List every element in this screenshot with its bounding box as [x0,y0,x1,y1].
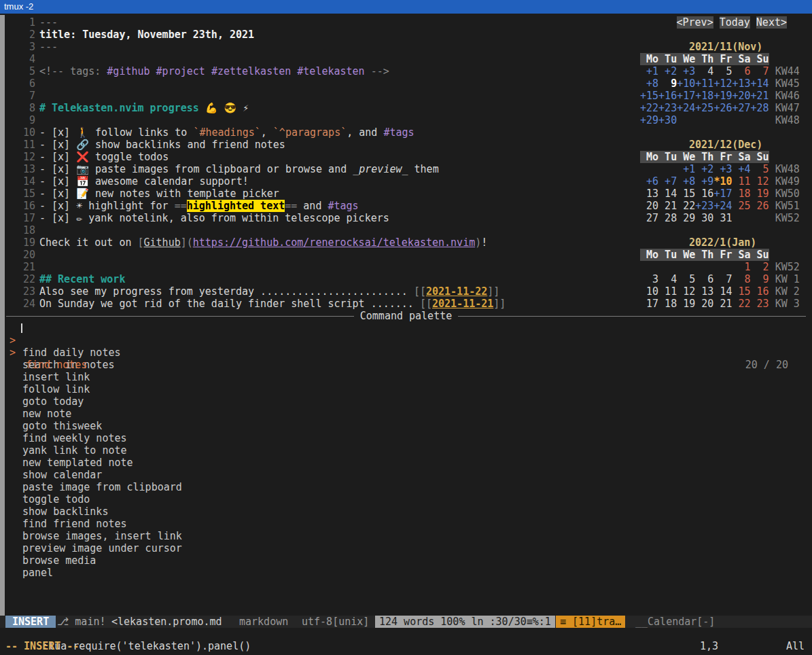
calendar-day[interactable]: +9 [695,175,713,188]
calendar-day[interactable] [640,261,658,273]
calendar-day[interactable]: 12 [751,175,769,188]
calendar-sidebar[interactable]: <Prev>TodayNext>2021/11(Nov) Mo Tu We Th… [640,16,812,310]
calendar-day[interactable]: +10 [677,77,695,90]
calendar-day[interactable]: 6 [732,65,750,77]
calendar-day[interactable]: 16 [751,285,769,298]
editor-line[interactable]: 7 [5,90,637,102]
calendar-day[interactable]: 5 [677,273,695,285]
calendar-day[interactable] [713,261,732,273]
calendar-day[interactable]: 23 [751,298,769,310]
calendar-day[interactable]: 28 [658,212,677,224]
calendar-day[interactable]: 16 [695,188,713,200]
calendar-day[interactable]: 17 [640,298,658,310]
calendar-day[interactable] [732,212,750,224]
calendar-day[interactable]: 14 [658,188,677,200]
calendar-day[interactable]: +25 [695,102,713,114]
palette-item[interactable]: find daily notes [0,347,812,359]
calendar-day[interactable]: 3 [640,273,658,285]
palette-item[interactable]: goto thisweek [0,420,812,432]
editor-line[interactable]: 6 [5,77,637,90]
calendar-day[interactable]: +2 [695,163,713,175]
calendar-day[interactable]: 22 [732,298,750,310]
calendar-day[interactable]: 18 [658,298,677,310]
calendar-day[interactable]: 6 [695,273,713,285]
editor-line[interactable]: 23Also see my progress from yesterday ..… [5,285,637,298]
calendar-day[interactable]: 21 [713,298,732,310]
palette-item[interactable]: goto today [0,395,812,408]
calendar-day[interactable]: 27 [640,212,658,224]
calendar-day[interactable]: 22 [677,200,695,212]
palette-item[interactable]: toggle todo [0,493,812,506]
calendar-day[interactable]: 13 [695,285,713,298]
calendar-day[interactable]: 9 [751,273,769,285]
calendar-day[interactable] [677,261,695,273]
editor-line[interactable]: 12- [x] ❌ toggle todos [5,151,637,163]
palette-item[interactable]: follow link [0,383,812,395]
calendar-prev-button[interactable]: <Prev> [677,16,713,29]
editor-line[interactable]: 16- [x] ☀ highlight for ==highlighted te… [5,200,637,212]
calendar-day[interactable]: +17 [713,188,732,200]
calendar-day[interactable]: +1 [677,163,695,175]
palette-item[interactable]: yank link to note [0,444,812,457]
calendar-day[interactable] [751,212,769,224]
editor-buffer[interactable]: 1---2title: Tuesday, November 23th, 2021… [5,16,637,310]
editor-line[interactable]: 9 [5,114,637,126]
calendar-day[interactable]: 18 [732,188,750,200]
calendar-day[interactable]: 9 [658,77,677,90]
calendar-day[interactable]: 11 [732,175,750,188]
calendar-day[interactable]: *10 [713,175,732,188]
calendar-day[interactable]: +28 [751,102,769,114]
calendar-day[interactable]: +29 [640,114,658,126]
calendar-day[interactable] [732,114,750,126]
calendar-day[interactable]: +11 [695,77,713,90]
calendar-day[interactable]: 25 [732,200,750,212]
calendar-today-button[interactable]: Today [720,16,750,29]
palette-item[interactable]: show backlinks [0,506,812,518]
editor-line[interactable]: 21 [5,261,637,273]
calendar-day[interactable]: +26 [713,102,732,114]
editor-line[interactable]: 4 [5,53,637,65]
calendar-day[interactable]: +1 [640,65,658,77]
calendar-day[interactable]: +21 [751,90,769,102]
calendar-day[interactable]: +12 [713,77,732,90]
calendar-day[interactable]: 12 [677,285,695,298]
calendar-day[interactable]: +24 [677,102,695,114]
calendar-day[interactable]: +4 [732,163,750,175]
calendar-day[interactable]: 26 [751,200,769,212]
calendar-day[interactable]: +7 [658,175,677,188]
calendar-day[interactable]: 1 [732,261,750,273]
palette-item[interactable]: search in notes [0,359,812,371]
calendar-day[interactable]: +6 [640,175,658,188]
calendar-day[interactable]: +23 [658,102,677,114]
palette-prompt[interactable]: > 20 / 20 [0,322,812,334]
calendar-day[interactable] [751,114,769,126]
calendar-day[interactable]: +20 [732,90,750,102]
calendar-day[interactable]: 4 [695,65,713,77]
calendar-day[interactable]: 31 [713,212,732,224]
calendar-day[interactable]: +14 [751,77,769,90]
calendar-day[interactable]: 19 [677,298,695,310]
calendar-day[interactable]: 8 [732,273,750,285]
calendar-day[interactable]: 15 [732,285,750,298]
editor-line[interactable]: 22## Recent work [5,273,637,285]
calendar-next-button[interactable]: Next> [756,16,787,29]
calendar-day[interactable]: +23 [695,200,713,212]
palette-item[interactable]: browse media [0,554,812,567]
palette-item[interactable]: new note [0,408,812,420]
palette-selected-item[interactable]: > find notes [0,334,812,347]
palette-item[interactable]: panel [0,567,812,579]
calendar-day[interactable]: +13 [732,77,750,90]
calendar-day[interactable]: +8 [677,175,695,188]
calendar-day[interactable]: +16 [658,90,677,102]
calendar-day[interactable]: 10 [640,285,658,298]
calendar-day[interactable]: 11 [658,285,677,298]
editor-line[interactable]: 20 [5,249,637,261]
editor-line[interactable]: 3--- [5,41,637,53]
editor-line[interactable]: 24On Sunday we got rid of the daily find… [5,298,637,310]
editor-line[interactable]: 5<!-- tags: #github #project #zettelkast… [5,65,637,77]
calendar-day[interactable]: 14 [713,285,732,298]
calendar-day[interactable]: +17 [677,90,695,102]
calendar-day[interactable]: +24 [713,200,732,212]
calendar-day[interactable]: +30 [658,114,677,126]
editor-line[interactable]: 10- [x] 🚶 follow links to `#headings`, `… [5,126,637,139]
